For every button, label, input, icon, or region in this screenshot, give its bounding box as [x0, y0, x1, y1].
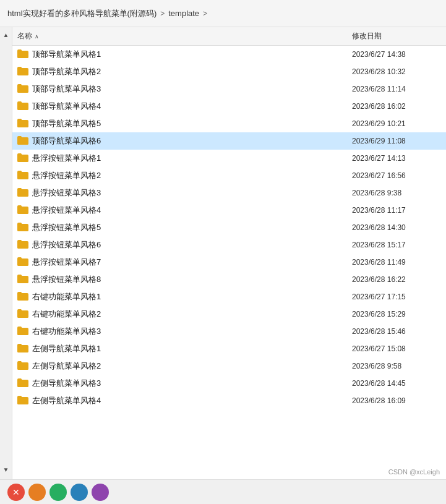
col-header-name[interactable]: 名称 ∧: [12, 30, 347, 43]
explorer-container: ▲ ▼ 名称 ∧ 修改日期 顶部导航菜单风格12023/6/27 14:38 顶…: [0, 27, 446, 479]
file-name-cell: 悬浮按钮菜单风格1: [12, 153, 347, 164]
file-name-text: 右键功能菜单风格2: [32, 309, 101, 320]
folder-icon: [17, 292, 28, 302]
table-row[interactable]: 顶部导航菜单风格32023/6/28 11:14: [12, 80, 446, 98]
file-name-text: 顶部导航菜单风格6: [32, 135, 101, 147]
table-row[interactable]: 悬浮按钮菜单风格42023/6/28 11:17: [12, 202, 446, 219]
file-name-cell: 左侧导航菜单风格4: [12, 395, 347, 406]
breadcrumb-bar: html实现好看的多种风格导航菜单(附源码) > template >: [0, 0, 446, 27]
table-row[interactable]: 顶部导航菜单风格12023/6/27 14:38: [12, 46, 446, 63]
file-date-cell: 2023/6/28 10:32: [347, 67, 446, 76]
file-name-cell: 悬浮按钮菜单风格2: [12, 170, 347, 181]
table-row[interactable]: 左侧导航菜单风格42023/6/28 16:09: [12, 392, 446, 409]
file-date-cell: 2023/6/28 16:02: [347, 102, 446, 111]
file-name-cell: 顶部导航菜单风格4: [12, 101, 347, 112]
file-name-cell: 悬浮按钮菜单风格7: [12, 257, 347, 268]
file-name-cell: 右键功能菜单风格1: [12, 291, 347, 302]
taskbar-btn-red[interactable]: ✕: [7, 484, 25, 501]
file-name-cell: 悬浮按钮菜单风格5: [12, 222, 347, 233]
taskbar-btn-purple[interactable]: [92, 484, 109, 501]
table-row[interactable]: 左侧导航菜单风格22023/6/28 9:58: [12, 357, 446, 375]
file-name-text: 顶部导航菜单风格1: [32, 49, 101, 60]
file-name-text: 左侧导航菜单风格4: [32, 395, 101, 406]
breadcrumb-sep1: >: [160, 9, 165, 18]
folder-icon: [17, 223, 28, 233]
table-row[interactable]: 顶部导航菜单风格42023/6/28 16:02: [12, 98, 446, 115]
folder-icon: [17, 67, 28, 77]
taskbar-btn-blue[interactable]: [71, 484, 88, 501]
folder-icon: [17, 240, 28, 250]
file-list[interactable]: 名称 ∧ 修改日期 顶部导航菜单风格12023/6/27 14:38 顶部导航菜…: [12, 27, 446, 479]
file-name-text: 右键功能菜单风格3: [32, 326, 101, 337]
breadcrumb-current[interactable]: template: [168, 9, 199, 18]
file-name-text: 悬浮按钮菜单风格5: [32, 222, 101, 233]
file-name-text: 悬浮按钮菜单风格8: [32, 274, 101, 285]
taskbar-btn-orange[interactable]: [28, 484, 46, 501]
file-date-cell: 2023/6/28 15:46: [347, 327, 446, 336]
table-row[interactable]: 顶部导航菜单风格52023/6/29 10:21: [12, 115, 446, 132]
sort-arrow: ∧: [35, 33, 39, 40]
table-row[interactable]: 悬浮按钮菜单风格52023/6/28 14:30: [12, 219, 446, 236]
file-date-cell: 2023/6/28 16:09: [347, 396, 446, 405]
folder-icon: [17, 309, 28, 320]
file-name-text: 悬浮按钮菜单风格3: [32, 187, 101, 199]
table-row[interactable]: 右键功能菜单风格12023/6/27 17:15: [12, 288, 446, 305]
table-row[interactable]: 右键功能菜单风格32023/6/28 15:46: [12, 323, 446, 340]
folder-icon: [17, 84, 28, 95]
table-row[interactable]: 左侧导航菜单风格32023/6/28 14:45: [12, 375, 446, 392]
file-date-cell: 2023/6/28 16:22: [347, 275, 446, 284]
table-row[interactable]: 右键功能菜单风格22023/6/28 15:29: [12, 305, 446, 323]
file-date-cell: 2023/6/27 17:15: [347, 293, 446, 301]
file-name-text: 悬浮按钮菜单风格2: [32, 170, 101, 181]
file-name-cell: 顶部导航菜单风格3: [12, 83, 347, 95]
table-row[interactable]: 悬浮按钮菜单风格12023/6/27 14:13: [12, 150, 446, 167]
col-header-date[interactable]: 修改日期: [347, 30, 446, 43]
file-rows-container: 顶部导航菜单风格12023/6/27 14:38 顶部导航菜单风格22023/6…: [12, 46, 446, 409]
file-name-text: 左侧导航菜单风格3: [32, 378, 101, 389]
file-date-cell: 2023/6/29 10:21: [347, 119, 446, 128]
file-name-text: 顶部导航菜单风格4: [32, 101, 101, 112]
table-row[interactable]: 悬浮按钮菜单风格32023/6/28 9:38: [12, 184, 446, 202]
folder-icon: [17, 327, 28, 337]
file-date-cell: 2023/6/28 9:38: [347, 189, 446, 197]
file-name-cell: 顶部导航菜单风格5: [12, 118, 347, 129]
folder-icon: [17, 153, 28, 164]
folder-icon: [17, 205, 28, 216]
table-row[interactable]: 悬浮按钮菜单风格22023/6/27 16:56: [12, 167, 446, 184]
nav-up-arrow[interactable]: ▲: [1, 30, 11, 40]
file-date-cell: 2023/6/28 14:30: [347, 223, 446, 232]
file-name-text: 左侧导航菜单风格1: [32, 343, 101, 354]
table-row[interactable]: 顶部导航菜单风格62023/6/29 11:08: [12, 132, 446, 150]
file-name-cell: 左侧导航菜单风格3: [12, 378, 347, 389]
file-name-text: 悬浮按钮菜单风格6: [32, 239, 101, 250]
file-name-cell: 悬浮按钮菜单风格8: [12, 274, 347, 285]
file-date-cell: 2023/6/28 11:14: [347, 85, 446, 93]
file-name-cell: 左侧导航菜单风格2: [12, 361, 347, 372]
table-row[interactable]: 悬浮按钮菜单风格62023/6/28 15:17: [12, 236, 446, 254]
folder-icon: [17, 396, 28, 406]
folder-icon: [17, 171, 28, 181]
folder-icon: [17, 275, 28, 285]
table-row[interactable]: 悬浮按钮菜单风格72023/6/28 11:49: [12, 254, 446, 271]
taskbar: ✕: [7, 484, 109, 501]
breadcrumb-parent[interactable]: html实现好看的多种风格导航菜单(附源码): [7, 8, 157, 19]
folder-icon: [17, 101, 28, 112]
file-name-cell: 顶部导航菜单风格2: [12, 66, 347, 77]
file-date-cell: 2023/6/27 14:13: [347, 154, 446, 163]
file-date-cell: 2023/6/29 11:08: [347, 137, 446, 145]
taskbar-btn-green[interactable]: [49, 484, 67, 501]
table-row[interactable]: 悬浮按钮菜单风格82023/6/28 16:22: [12, 271, 446, 288]
nav-down-arrow[interactable]: ▼: [1, 464, 11, 474]
file-name-cell: 左侧导航菜单风格1: [12, 343, 347, 354]
bottom-bar: ✕: [0, 479, 446, 504]
file-date-cell: 2023/6/27 16:56: [347, 171, 446, 180]
file-date-cell: 2023/6/28 15:29: [347, 310, 446, 318]
table-row[interactable]: 顶部导航菜单风格22023/6/28 10:32: [12, 63, 446, 80]
file-date-cell: 2023/6/28 9:58: [347, 362, 446, 370]
table-row[interactable]: 左侧导航菜单风格12023/6/27 15:08: [12, 340, 446, 357]
folder-icon: [17, 361, 28, 372]
file-name-text: 顶部导航菜单风格2: [32, 66, 101, 77]
folder-icon: [17, 344, 28, 354]
file-name-cell: 悬浮按钮菜单风格4: [12, 205, 347, 216]
file-name-cell: 右键功能菜单风格3: [12, 326, 347, 337]
